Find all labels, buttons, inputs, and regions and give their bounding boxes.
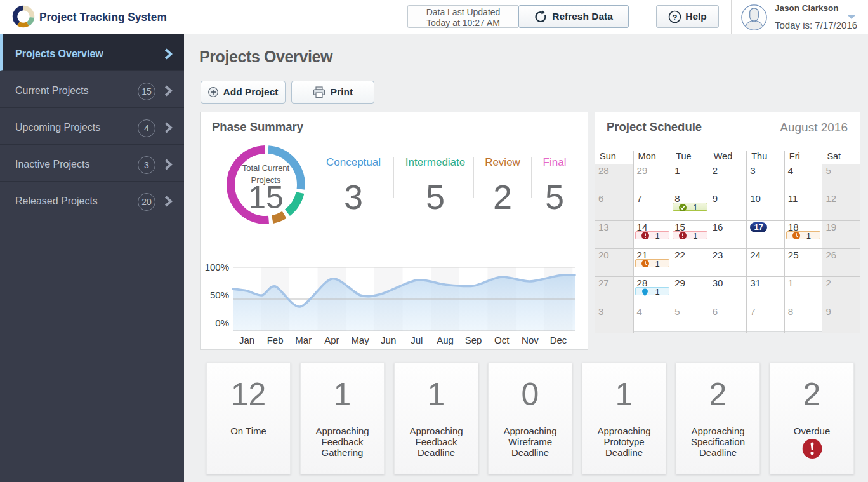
- svg-text:Oct: Oct: [494, 335, 510, 345]
- svg-text:50%: 50%: [210, 290, 229, 300]
- svg-text:?: ?: [673, 12, 678, 22]
- svg-text:Jul: Jul: [411, 335, 423, 345]
- svg-text:Mar: Mar: [295, 335, 312, 345]
- svg-text:Nov: Nov: [522, 335, 539, 345]
- svg-text:Apr: Apr: [324, 335, 339, 345]
- svg-text:Sep: Sep: [465, 335, 482, 345]
- svg-text:Jun: Jun: [381, 335, 396, 345]
- svg-text:Dec: Dec: [550, 335, 567, 345]
- svg-text:Feb: Feb: [267, 335, 284, 345]
- svg-text:May: May: [351, 335, 369, 345]
- svg-text:Aug: Aug: [437, 335, 454, 345]
- svg-text:100%: 100%: [205, 262, 229, 272]
- svg-text:Jan: Jan: [239, 335, 254, 345]
- svg-text:0%: 0%: [215, 318, 229, 328]
